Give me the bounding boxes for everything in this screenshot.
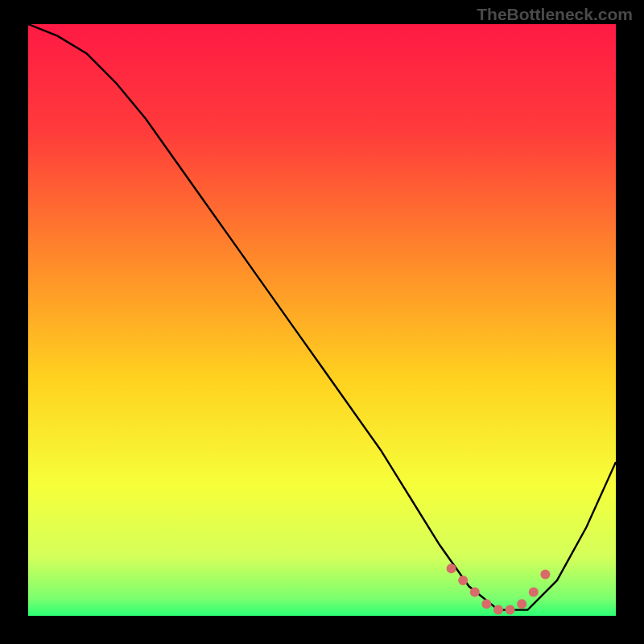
- chart-plot-area: [28, 24, 616, 616]
- optimal-marker: [517, 599, 526, 609]
- bottleneck-chart: [28, 24, 616, 616]
- optimal-marker: [540, 570, 550, 580]
- optimal-marker: [529, 588, 539, 597]
- watermark-text: TheBottleneck.com: [477, 5, 633, 24]
- optimal-marker: [458, 576, 468, 585]
- optimal-marker: [447, 564, 456, 573]
- optimal-marker: [506, 605, 515, 615]
- optimal-marker: [470, 588, 480, 597]
- optimal-marker: [493, 605, 503, 615]
- optimal-marker: [481, 599, 491, 609]
- chart-background-gradient: [28, 24, 616, 616]
